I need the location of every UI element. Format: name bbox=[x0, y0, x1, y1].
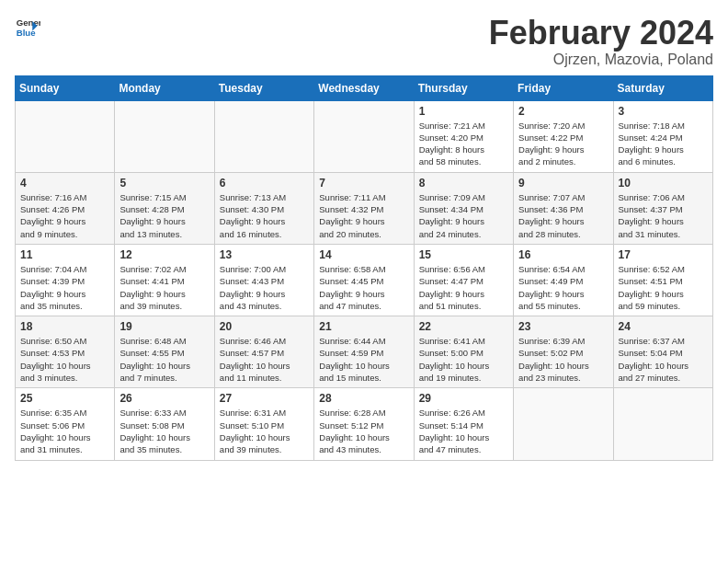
calendar-cell: 27Sunrise: 6:31 AM Sunset: 5:10 PM Dayli… bbox=[214, 388, 313, 460]
calendar-cell: 19Sunrise: 6:48 AM Sunset: 4:55 PM Dayli… bbox=[115, 316, 214, 388]
day-info: Sunrise: 7:00 AM Sunset: 4:43 PM Dayligh… bbox=[220, 263, 309, 312]
calendar-cell: 11Sunrise: 7:04 AM Sunset: 4:39 PM Dayli… bbox=[16, 244, 115, 316]
day-info: Sunrise: 7:13 AM Sunset: 4:30 PM Dayligh… bbox=[220, 191, 309, 240]
day-number: 29 bbox=[419, 392, 508, 405]
calendar-cell: 24Sunrise: 6:37 AM Sunset: 5:04 PM Dayli… bbox=[613, 316, 712, 388]
day-info: Sunrise: 7:21 AM Sunset: 4:20 PM Dayligh… bbox=[419, 120, 508, 168]
day-info: Sunrise: 6:39 AM Sunset: 5:02 PM Dayligh… bbox=[518, 335, 608, 384]
day-number: 13 bbox=[220, 248, 309, 261]
column-header-sunday: Sunday bbox=[16, 75, 115, 100]
calendar-cell: 8Sunrise: 7:09 AM Sunset: 4:34 PM Daylig… bbox=[414, 172, 513, 244]
calendar-week-4: 18Sunrise: 6:50 AM Sunset: 4:53 PM Dayli… bbox=[16, 316, 713, 388]
calendar-cell: 4Sunrise: 7:16 AM Sunset: 4:26 PM Daylig… bbox=[16, 172, 115, 244]
column-header-saturday: Saturday bbox=[613, 75, 712, 100]
calendar-cell: 10Sunrise: 7:06 AM Sunset: 4:37 PM Dayli… bbox=[613, 172, 712, 244]
day-info: Sunrise: 6:31 AM Sunset: 5:10 PM Dayligh… bbox=[220, 407, 309, 455]
calendar-cell: 7Sunrise: 7:11 AM Sunset: 4:32 PM Daylig… bbox=[314, 172, 414, 244]
day-info: Sunrise: 6:58 AM Sunset: 4:45 PM Dayligh… bbox=[319, 263, 408, 312]
calendar-cell: 26Sunrise: 6:33 AM Sunset: 5:08 PM Dayli… bbox=[115, 388, 214, 460]
day-number: 1 bbox=[419, 105, 508, 118]
day-number: 25 bbox=[20, 392, 109, 405]
day-number: 27 bbox=[220, 392, 309, 405]
subtitle: Ojrzen, Mazovia, Poland bbox=[489, 52, 713, 68]
day-number: 23 bbox=[518, 320, 608, 333]
column-header-monday: Monday bbox=[115, 75, 214, 100]
day-number: 11 bbox=[20, 248, 109, 261]
day-info: Sunrise: 7:09 AM Sunset: 4:34 PM Dayligh… bbox=[419, 191, 508, 240]
day-info: Sunrise: 6:48 AM Sunset: 4:55 PM Dayligh… bbox=[119, 335, 209, 384]
day-number: 7 bbox=[319, 177, 408, 190]
logo: General Blue bbox=[15, 15, 40, 40]
calendar-cell: 18Sunrise: 6:50 AM Sunset: 4:53 PM Dayli… bbox=[16, 316, 115, 388]
calendar-week-2: 4Sunrise: 7:16 AM Sunset: 4:26 PM Daylig… bbox=[16, 172, 713, 244]
day-number: 4 bbox=[20, 177, 109, 190]
calendar-cell: 12Sunrise: 7:02 AM Sunset: 4:41 PM Dayli… bbox=[115, 244, 214, 316]
day-info: Sunrise: 7:11 AM Sunset: 4:32 PM Dayligh… bbox=[319, 191, 408, 240]
day-number: 12 bbox=[119, 248, 209, 261]
day-number: 2 bbox=[518, 105, 608, 118]
day-info: Sunrise: 6:28 AM Sunset: 5:12 PM Dayligh… bbox=[319, 407, 408, 455]
day-info: Sunrise: 6:52 AM Sunset: 4:51 PM Dayligh… bbox=[619, 263, 708, 312]
calendar-cell: 3Sunrise: 7:18 AM Sunset: 4:24 PM Daylig… bbox=[613, 100, 712, 172]
calendar-header-row: SundayMondayTuesdayWednesdayThursdayFrid… bbox=[16, 75, 713, 100]
calendar-cell: 9Sunrise: 7:07 AM Sunset: 4:36 PM Daylig… bbox=[514, 172, 613, 244]
calendar-cell: 23Sunrise: 6:39 AM Sunset: 5:02 PM Dayli… bbox=[514, 316, 613, 388]
day-number: 20 bbox=[220, 320, 309, 333]
calendar-cell bbox=[16, 100, 115, 172]
calendar-cell bbox=[115, 100, 214, 172]
day-info: Sunrise: 7:18 AM Sunset: 4:24 PM Dayligh… bbox=[619, 120, 708, 168]
calendar-cell: 20Sunrise: 6:46 AM Sunset: 4:57 PM Dayli… bbox=[214, 316, 313, 388]
day-number: 26 bbox=[119, 392, 209, 405]
logo-icon: General Blue bbox=[15, 15, 40, 40]
calendar-week-5: 25Sunrise: 6:35 AM Sunset: 5:06 PM Dayli… bbox=[16, 388, 713, 460]
day-number: 24 bbox=[619, 320, 708, 333]
calendar-cell: 22Sunrise: 6:41 AM Sunset: 5:00 PM Dayli… bbox=[414, 316, 513, 388]
day-number: 22 bbox=[419, 320, 508, 333]
calendar-table: SundayMondayTuesdayWednesdayThursdayFrid… bbox=[15, 75, 713, 461]
main-title: February 2024 bbox=[489, 15, 713, 52]
day-number: 10 bbox=[619, 177, 708, 190]
day-number: 5 bbox=[119, 177, 209, 190]
day-number: 28 bbox=[319, 392, 408, 405]
calendar-cell: 1Sunrise: 7:21 AM Sunset: 4:20 PM Daylig… bbox=[414, 100, 513, 172]
calendar-cell: 25Sunrise: 6:35 AM Sunset: 5:06 PM Dayli… bbox=[16, 388, 115, 460]
calendar-cell: 29Sunrise: 6:26 AM Sunset: 5:14 PM Dayli… bbox=[414, 388, 513, 460]
day-info: Sunrise: 7:16 AM Sunset: 4:26 PM Dayligh… bbox=[20, 191, 109, 240]
calendar-cell: 28Sunrise: 6:28 AM Sunset: 5:12 PM Dayli… bbox=[314, 388, 414, 460]
calendar-cell bbox=[314, 100, 414, 172]
day-info: Sunrise: 7:07 AM Sunset: 4:36 PM Dayligh… bbox=[518, 191, 608, 240]
day-number: 9 bbox=[518, 177, 608, 190]
day-number: 19 bbox=[119, 320, 209, 333]
calendar-cell bbox=[214, 100, 313, 172]
column-header-thursday: Thursday bbox=[414, 75, 513, 100]
day-info: Sunrise: 6:56 AM Sunset: 4:47 PM Dayligh… bbox=[419, 263, 508, 312]
calendar-cell: 14Sunrise: 6:58 AM Sunset: 4:45 PM Dayli… bbox=[314, 244, 414, 316]
day-info: Sunrise: 6:46 AM Sunset: 4:57 PM Dayligh… bbox=[220, 335, 309, 384]
calendar-week-1: 1Sunrise: 7:21 AM Sunset: 4:20 PM Daylig… bbox=[16, 100, 713, 172]
calendar-cell bbox=[613, 388, 712, 460]
day-info: Sunrise: 7:06 AM Sunset: 4:37 PM Dayligh… bbox=[619, 191, 708, 240]
day-number: 21 bbox=[319, 320, 408, 333]
day-info: Sunrise: 6:41 AM Sunset: 5:00 PM Dayligh… bbox=[419, 335, 508, 384]
column-header-friday: Friday bbox=[514, 75, 613, 100]
day-number: 17 bbox=[619, 248, 708, 261]
calendar-cell: 13Sunrise: 7:00 AM Sunset: 4:43 PM Dayli… bbox=[214, 244, 313, 316]
day-number: 15 bbox=[419, 248, 508, 261]
day-info: Sunrise: 7:02 AM Sunset: 4:41 PM Dayligh… bbox=[119, 263, 209, 312]
day-number: 16 bbox=[518, 248, 608, 261]
day-info: Sunrise: 7:20 AM Sunset: 4:22 PM Dayligh… bbox=[518, 120, 608, 168]
day-info: Sunrise: 6:37 AM Sunset: 5:04 PM Dayligh… bbox=[619, 335, 708, 384]
calendar-cell: 6Sunrise: 7:13 AM Sunset: 4:30 PM Daylig… bbox=[214, 172, 313, 244]
title-block: February 2024 Ojrzen, Mazovia, Poland bbox=[489, 15, 713, 68]
calendar-cell: 5Sunrise: 7:15 AM Sunset: 4:28 PM Daylig… bbox=[115, 172, 214, 244]
column-header-tuesday: Tuesday bbox=[214, 75, 313, 100]
day-number: 6 bbox=[220, 177, 309, 190]
column-header-wednesday: Wednesday bbox=[314, 75, 414, 100]
day-number: 18 bbox=[20, 320, 109, 333]
day-number: 3 bbox=[619, 105, 708, 118]
day-info: Sunrise: 6:50 AM Sunset: 4:53 PM Dayligh… bbox=[20, 335, 109, 384]
page-header: General Blue February 2024 Ojrzen, Mazov… bbox=[15, 15, 713, 68]
day-info: Sunrise: 6:44 AM Sunset: 4:59 PM Dayligh… bbox=[319, 335, 408, 384]
day-info: Sunrise: 7:04 AM Sunset: 4:39 PM Dayligh… bbox=[20, 263, 109, 312]
day-info: Sunrise: 7:15 AM Sunset: 4:28 PM Dayligh… bbox=[119, 191, 209, 240]
